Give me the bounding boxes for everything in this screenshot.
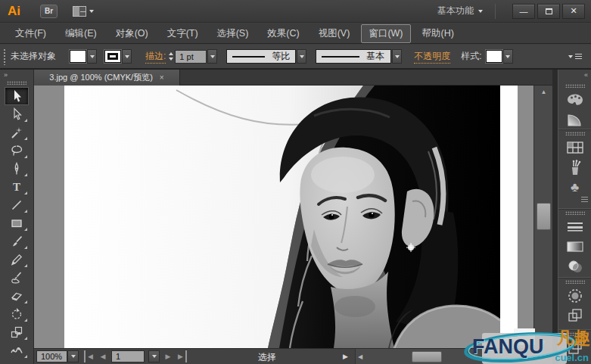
fill-color-dropdown[interactable] xyxy=(87,49,97,64)
menu-type[interactable]: 文字(T) xyxy=(160,24,206,43)
zoom-level-field[interactable]: 100% xyxy=(36,350,67,362)
style-label: 样式: xyxy=(461,50,481,63)
artboard-number-field[interactable]: 1 xyxy=(111,350,145,362)
menu-object[interactable]: 对象(O) xyxy=(108,24,156,43)
stroke-panel-button[interactable] xyxy=(561,217,589,237)
appearance-panel-button[interactable] xyxy=(561,286,589,306)
zoom-level-dropdown[interactable] xyxy=(67,350,79,362)
magic-wand-icon xyxy=(10,126,23,139)
rotate-tool[interactable] xyxy=(5,305,29,323)
bridge-button[interactable]: Br xyxy=(40,5,58,18)
panel-dock: « ♣ xyxy=(558,70,591,364)
stroke-width-dropdown[interactable] xyxy=(207,49,217,64)
panel-grip-icon[interactable] xyxy=(565,280,585,284)
paintbrush-tool[interactable] xyxy=(5,232,29,250)
stroke-width-field[interactable]: 1 pt xyxy=(175,50,207,64)
menu-help[interactable]: 帮助(H) xyxy=(415,24,462,43)
scroll-right-icon[interactable]: ▶ xyxy=(545,349,549,364)
fill-color-swatch[interactable] xyxy=(70,50,86,63)
panel-grip-icon[interactable] xyxy=(565,332,585,336)
close-button[interactable]: ✕ xyxy=(562,4,585,19)
title-bar: Ai Br 基本功能 — ✕ xyxy=(0,0,591,23)
control-panel-menu-button[interactable] xyxy=(568,54,582,59)
artboard-dropdown[interactable] xyxy=(148,350,160,362)
previous-artboard-button[interactable]: ◀ xyxy=(98,350,108,362)
artboards-panel-button[interactable] xyxy=(561,338,589,358)
status-bar: 100% ◀ ◀ 1 ▶ ▶ 选择 ▶ ◀ ▶ xyxy=(34,348,552,364)
first-artboard-button[interactable]: ◀ xyxy=(84,350,95,362)
style-dropdown[interactable] xyxy=(503,49,513,64)
brushes-panel-button[interactable] xyxy=(561,157,589,177)
maximize-button[interactable] xyxy=(537,4,560,19)
stroke-width-stepper[interactable] xyxy=(169,52,173,61)
panel-grip-icon[interactable] xyxy=(7,81,26,85)
pencil-tool[interactable] xyxy=(5,250,29,269)
graphic-styles-panel-button[interactable] xyxy=(561,306,589,325)
pen-tool[interactable] xyxy=(5,160,29,178)
menu-select[interactable]: 选择(S) xyxy=(210,24,257,43)
type-tool-icon: T xyxy=(13,182,20,193)
arrange-documents-button[interactable] xyxy=(73,6,94,17)
symbols-panel-button[interactable]: ♣ xyxy=(561,177,589,197)
window-controls: — ✕ xyxy=(512,4,585,19)
panel-grip-icon[interactable] xyxy=(565,211,585,215)
status-expand-icon[interactable]: ▶ xyxy=(343,353,348,360)
lasso-tool[interactable] xyxy=(5,142,29,160)
rectangle-tool[interactable] xyxy=(5,214,29,232)
scroll-down-icon[interactable]: ▼ xyxy=(534,336,553,348)
tab-close-icon[interactable]: × xyxy=(160,73,164,82)
width-profile-dropdown[interactable] xyxy=(297,49,306,64)
symbols-club-icon: ♣ xyxy=(571,181,579,194)
scroll-left-icon[interactable]: ◀ xyxy=(358,349,362,364)
menu-effect[interactable]: 效果(C) xyxy=(260,24,306,43)
stroke-color-swatch[interactable] xyxy=(104,50,121,63)
gradient-panel-button[interactable] xyxy=(561,237,589,257)
width-tool-icon xyxy=(10,344,23,357)
panel-grip-icon[interactable] xyxy=(565,132,585,135)
menu-view[interactable]: 视图(V) xyxy=(311,24,358,43)
direct-selection-tool[interactable] xyxy=(5,105,29,123)
swatches-panel-button[interactable] xyxy=(561,138,589,157)
minimize-button[interactable]: — xyxy=(512,4,535,19)
menu-window[interactable]: 窗口(W) xyxy=(361,24,410,43)
line-segment-tool[interactable] xyxy=(5,196,29,214)
horizontal-scrollbar[interactable]: ◀ ▶ xyxy=(355,349,552,364)
style-swatch[interactable] xyxy=(486,50,502,63)
last-artboard-button[interactable]: ▶ xyxy=(176,350,187,362)
document-tab[interactable]: 3.jpg @ 100% (CMYK/预览) × xyxy=(34,70,180,86)
width-tool[interactable] xyxy=(5,341,29,359)
scale-tool[interactable] xyxy=(5,323,29,341)
transparency-panel-button[interactable] xyxy=(561,257,589,276)
type-tool[interactable]: T xyxy=(5,178,29,196)
width-profile-select[interactable]: 等比 xyxy=(226,49,296,64)
vertical-scrollbar[interactable]: ▲ ▼ xyxy=(533,86,552,348)
blob-brush-tool[interactable] xyxy=(5,269,29,287)
pen-nib-icon xyxy=(10,162,23,176)
scroll-up-icon[interactable]: ▲ xyxy=(534,86,553,98)
vertical-scroll-thumb[interactable] xyxy=(537,203,551,230)
chevron-down-icon xyxy=(152,355,157,358)
dock-resize-grip[interactable] xyxy=(581,197,588,202)
selection-tool[interactable] xyxy=(5,87,29,105)
color-guide-panel-button[interactable] xyxy=(561,110,589,129)
brush-definition-dropdown[interactable] xyxy=(392,49,402,64)
workspace-switcher[interactable]: 基本功能 xyxy=(437,4,496,19)
menu-edit[interactable]: 编辑(E) xyxy=(58,24,104,43)
menu-file[interactable]: 文件(F) xyxy=(8,24,54,43)
eraser-tool[interactable] xyxy=(5,287,29,305)
next-artboard-button[interactable]: ▶ xyxy=(163,350,173,362)
horizontal-scroll-thumb[interactable] xyxy=(412,351,442,362)
panel-grip-icon[interactable] xyxy=(565,84,585,88)
dock-divider[interactable] xyxy=(552,70,558,364)
magic-wand-tool[interactable] xyxy=(5,123,29,142)
brush-stroke-line-icon xyxy=(322,56,359,58)
canvas-viewport[interactable] xyxy=(34,86,533,348)
opacity-panel-link[interactable]: 不透明度 xyxy=(414,50,450,64)
brush-definition-select[interactable]: 基本 xyxy=(316,49,391,64)
collapse-panel-icon[interactable]: » xyxy=(4,71,7,79)
color-panel-button[interactable] xyxy=(561,90,589,110)
stroke-panel-link[interactable]: 描边: xyxy=(145,50,166,64)
stroke-color-dropdown[interactable] xyxy=(122,49,132,64)
expand-panels-icon[interactable]: « xyxy=(584,71,587,79)
panel-grip-icon[interactable] xyxy=(3,48,7,65)
